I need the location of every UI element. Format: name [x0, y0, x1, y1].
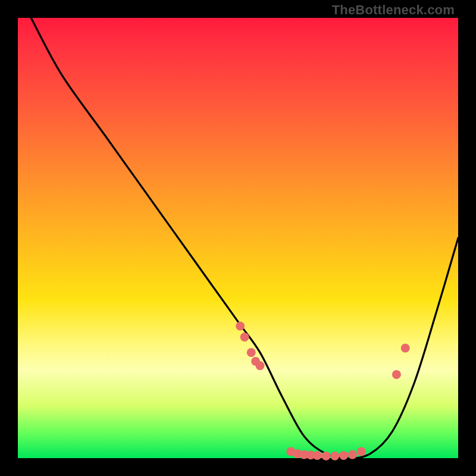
- curve-marker: [313, 451, 322, 460]
- curve-marker: [348, 450, 357, 459]
- curve-marker: [256, 361, 265, 370]
- curve-marker: [236, 322, 245, 331]
- curve-marker: [339, 451, 348, 460]
- curve-marker: [401, 344, 410, 353]
- curve-marker: [330, 452, 339, 461]
- chart-svg: [18, 18, 458, 458]
- curve-marker: [247, 348, 256, 357]
- watermark-text: TheBottleneck.com: [332, 2, 455, 18]
- curve-marker: [322, 452, 331, 461]
- chart-frame: [18, 18, 458, 458]
- bottleneck-curve: [31, 18, 458, 458]
- curve-markers: [236, 322, 410, 461]
- curve-marker: [392, 370, 401, 379]
- curve-marker: [357, 447, 366, 456]
- curve-marker: [240, 333, 249, 342]
